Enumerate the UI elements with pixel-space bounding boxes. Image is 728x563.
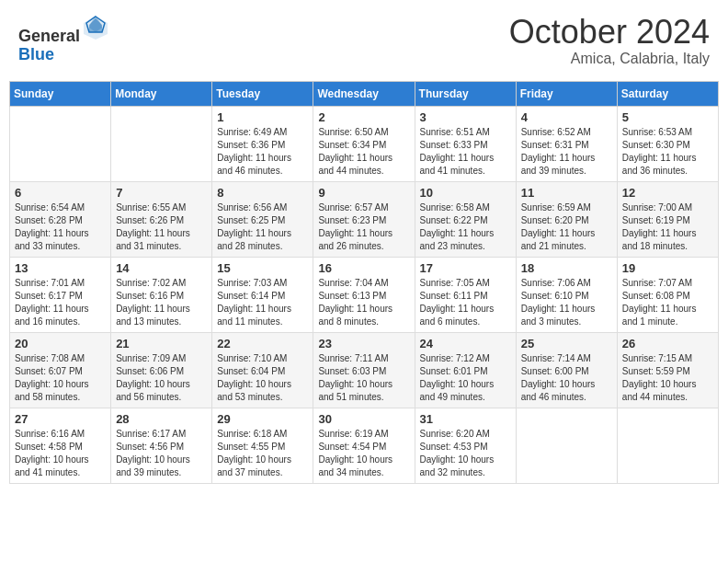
calendar-cell: 18Sunrise: 7:06 AM Sunset: 6:10 PM Dayli… xyxy=(516,257,617,332)
day-number: 10 xyxy=(420,186,511,200)
calendar-cell xyxy=(516,408,617,483)
calendar-cell xyxy=(617,408,718,483)
day-info: Sunrise: 6:49 AM Sunset: 6:36 PM Dayligh… xyxy=(217,126,308,178)
month-title: October 2024 xyxy=(509,14,710,51)
day-info: Sunrise: 7:04 AM Sunset: 6:13 PM Dayligh… xyxy=(318,277,409,328)
calendar-cell: 11Sunrise: 6:59 AM Sunset: 6:20 PM Dayli… xyxy=(516,181,617,257)
calendar-cell: 31Sunrise: 6:20 AM Sunset: 4:53 PM Dayli… xyxy=(415,408,516,483)
calendar-cell: 5Sunrise: 6:53 AM Sunset: 6:30 PM Daylig… xyxy=(617,106,718,181)
day-of-week-header: Friday xyxy=(516,81,617,106)
day-info: Sunrise: 6:18 AM Sunset: 4:55 PM Dayligh… xyxy=(217,428,308,479)
calendar-cell: 7Sunrise: 6:55 AM Sunset: 6:26 PM Daylig… xyxy=(111,181,212,257)
day-info: Sunrise: 6:54 AM Sunset: 6:28 PM Dayligh… xyxy=(15,201,106,253)
day-number: 11 xyxy=(521,186,612,200)
calendar-cell: 1Sunrise: 6:49 AM Sunset: 6:36 PM Daylig… xyxy=(212,106,313,181)
day-info: Sunrise: 7:06 AM Sunset: 6:10 PM Dayligh… xyxy=(521,277,612,328)
day-of-week-header: Sunday xyxy=(10,81,111,106)
calendar-cell xyxy=(111,106,212,181)
calendar-cell: 28Sunrise: 6:17 AM Sunset: 4:56 PM Dayli… xyxy=(111,408,212,483)
day-info: Sunrise: 7:08 AM Sunset: 6:07 PM Dayligh… xyxy=(15,352,106,404)
day-number: 5 xyxy=(622,110,713,124)
calendar-week-row: 27Sunrise: 6:16 AM Sunset: 4:58 PM Dayli… xyxy=(10,408,719,483)
day-number: 26 xyxy=(622,337,713,350)
calendar-cell: 30Sunrise: 6:19 AM Sunset: 4:54 PM Dayli… xyxy=(313,408,415,483)
day-number: 13 xyxy=(15,261,106,275)
day-info: Sunrise: 7:14 AM Sunset: 6:00 PM Dayligh… xyxy=(521,352,612,404)
calendar-cell: 6Sunrise: 6:54 AM Sunset: 6:28 PM Daylig… xyxy=(10,181,111,257)
logo: General Blue xyxy=(18,14,109,64)
day-info: Sunrise: 6:17 AM Sunset: 4:56 PM Dayligh… xyxy=(116,428,207,479)
day-number: 21 xyxy=(116,337,207,350)
day-number: 14 xyxy=(116,261,207,275)
day-info: Sunrise: 7:01 AM Sunset: 6:17 PM Dayligh… xyxy=(15,277,106,328)
day-number: 22 xyxy=(217,337,308,350)
calendar-header-row: SundayMondayTuesdayWednesdayThursdayFrid… xyxy=(10,81,719,106)
day-info: Sunrise: 6:59 AM Sunset: 6:20 PM Dayligh… xyxy=(521,201,612,253)
calendar: SundayMondayTuesdayWednesdayThursdayFrid… xyxy=(9,81,719,484)
day-number: 3 xyxy=(420,110,511,124)
day-info: Sunrise: 6:57 AM Sunset: 6:23 PM Dayligh… xyxy=(318,201,409,253)
day-number: 29 xyxy=(217,412,308,426)
day-info: Sunrise: 6:51 AM Sunset: 6:33 PM Dayligh… xyxy=(420,126,511,178)
day-info: Sunrise: 6:16 AM Sunset: 4:58 PM Dayligh… xyxy=(15,428,106,479)
day-info: Sunrise: 7:12 AM Sunset: 6:01 PM Dayligh… xyxy=(420,352,511,404)
day-number: 18 xyxy=(521,261,612,275)
day-number: 24 xyxy=(420,337,511,350)
day-of-week-header: Monday xyxy=(111,81,212,106)
day-number: 2 xyxy=(318,110,409,124)
day-number: 6 xyxy=(15,186,106,200)
calendar-cell: 19Sunrise: 7:07 AM Sunset: 6:08 PM Dayli… xyxy=(617,257,718,332)
day-number: 31 xyxy=(420,412,511,426)
calendar-week-row: 13Sunrise: 7:01 AM Sunset: 6:17 PM Dayli… xyxy=(10,257,719,332)
day-number: 28 xyxy=(116,412,207,426)
calendar-cell: 15Sunrise: 7:03 AM Sunset: 6:14 PM Dayli… xyxy=(212,257,313,332)
day-info: Sunrise: 7:10 AM Sunset: 6:04 PM Dayligh… xyxy=(217,352,308,404)
calendar-cell xyxy=(10,106,111,181)
day-info: Sunrise: 6:20 AM Sunset: 4:53 PM Dayligh… xyxy=(420,428,511,479)
calendar-cell: 12Sunrise: 7:00 AM Sunset: 6:19 PM Dayli… xyxy=(617,181,718,257)
day-info: Sunrise: 7:03 AM Sunset: 6:14 PM Dayligh… xyxy=(217,277,308,328)
day-number: 20 xyxy=(15,337,106,350)
day-of-week-header: Saturday xyxy=(617,81,718,106)
day-info: Sunrise: 6:56 AM Sunset: 6:25 PM Dayligh… xyxy=(217,201,308,253)
calendar-cell: 21Sunrise: 7:09 AM Sunset: 6:06 PM Dayli… xyxy=(111,332,212,408)
day-number: 1 xyxy=(217,110,308,124)
day-info: Sunrise: 7:02 AM Sunset: 6:16 PM Dayligh… xyxy=(116,277,207,328)
day-number: 19 xyxy=(622,261,713,275)
logo-icon xyxy=(82,14,109,41)
day-info: Sunrise: 7:11 AM Sunset: 6:03 PM Dayligh… xyxy=(318,352,409,404)
day-info: Sunrise: 6:53 AM Sunset: 6:30 PM Dayligh… xyxy=(622,126,713,178)
day-info: Sunrise: 6:52 AM Sunset: 6:31 PM Dayligh… xyxy=(521,126,612,178)
calendar-week-row: 1Sunrise: 6:49 AM Sunset: 6:36 PM Daylig… xyxy=(10,106,719,181)
day-number: 15 xyxy=(217,261,308,275)
day-info: Sunrise: 6:55 AM Sunset: 6:26 PM Dayligh… xyxy=(116,201,207,253)
header: General Blue October 2024 Amica, Calabri… xyxy=(9,9,719,72)
day-number: 4 xyxy=(521,110,612,124)
calendar-cell: 9Sunrise: 6:57 AM Sunset: 6:23 PM Daylig… xyxy=(313,181,415,257)
calendar-cell: 8Sunrise: 6:56 AM Sunset: 6:25 PM Daylig… xyxy=(212,181,313,257)
day-number: 7 xyxy=(116,186,207,200)
calendar-cell: 22Sunrise: 7:10 AM Sunset: 6:04 PM Dayli… xyxy=(212,332,313,408)
calendar-cell: 16Sunrise: 7:04 AM Sunset: 6:13 PM Dayli… xyxy=(313,257,415,332)
day-number: 9 xyxy=(318,186,409,200)
day-number: 17 xyxy=(420,261,511,275)
calendar-cell: 27Sunrise: 6:16 AM Sunset: 4:58 PM Dayli… xyxy=(10,408,111,483)
calendar-cell: 20Sunrise: 7:08 AM Sunset: 6:07 PM Dayli… xyxy=(10,332,111,408)
day-info: Sunrise: 7:09 AM Sunset: 6:06 PM Dayligh… xyxy=(116,352,207,404)
calendar-cell: 3Sunrise: 6:51 AM Sunset: 6:33 PM Daylig… xyxy=(415,106,516,181)
calendar-cell: 24Sunrise: 7:12 AM Sunset: 6:01 PM Dayli… xyxy=(415,332,516,408)
day-info: Sunrise: 6:19 AM Sunset: 4:54 PM Dayligh… xyxy=(318,428,409,479)
day-number: 12 xyxy=(622,186,713,200)
day-info: Sunrise: 6:58 AM Sunset: 6:22 PM Dayligh… xyxy=(420,201,511,253)
title-area: October 2024 Amica, Calabria, Italy xyxy=(509,14,710,67)
calendar-cell: 17Sunrise: 7:05 AM Sunset: 6:11 PM Dayli… xyxy=(415,257,516,332)
location-title: Amica, Calabria, Italy xyxy=(509,51,710,67)
day-number: 23 xyxy=(318,337,409,350)
day-info: Sunrise: 7:15 AM Sunset: 5:59 PM Dayligh… xyxy=(622,352,713,404)
logo-blue-text: Blue xyxy=(18,45,54,63)
day-number: 16 xyxy=(318,261,409,275)
calendar-cell: 10Sunrise: 6:58 AM Sunset: 6:22 PM Dayli… xyxy=(415,181,516,257)
day-info: Sunrise: 6:50 AM Sunset: 6:34 PM Dayligh… xyxy=(318,126,409,178)
calendar-cell: 2Sunrise: 6:50 AM Sunset: 6:34 PM Daylig… xyxy=(313,106,415,181)
calendar-cell: 14Sunrise: 7:02 AM Sunset: 6:16 PM Dayli… xyxy=(111,257,212,332)
